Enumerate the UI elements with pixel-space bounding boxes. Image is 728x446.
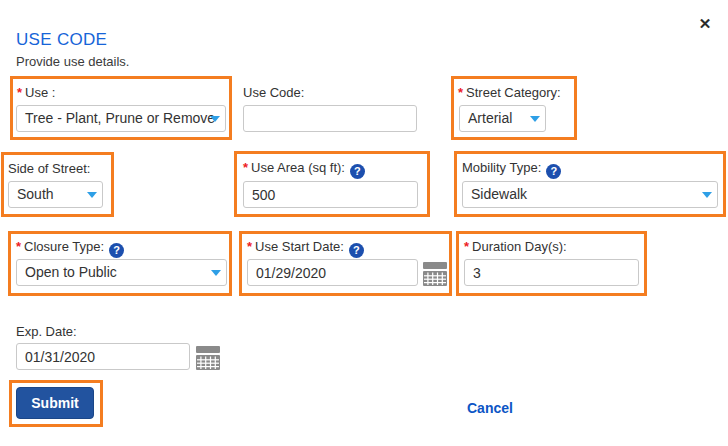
calendar-icon[interactable] — [423, 261, 447, 286]
use-start-date-label: *Use Start Date:? — [247, 239, 364, 258]
duration-days-input[interactable] — [464, 259, 639, 286]
duration-days-label: *Duration Day(s): — [464, 239, 567, 254]
street-category-select[interactable]: Arterial — [459, 105, 546, 132]
mobility-type-select[interactable]: Sidewalk — [462, 181, 718, 208]
mobility-type-select-value: Sidewalk — [471, 186, 527, 202]
closure-type-label: *Closure Type:? — [16, 239, 124, 258]
chevron-down-icon — [211, 270, 221, 276]
submit-button[interactable]: Submit — [16, 387, 94, 419]
required-asterisk: * — [458, 85, 463, 100]
side-of-street-label: Side of Street: — [8, 161, 90, 176]
use-area-input[interactable] — [243, 181, 418, 208]
use-code-input[interactable] — [243, 105, 417, 132]
chevron-down-icon — [87, 192, 97, 198]
side-of-street-select-value: South — [17, 186, 54, 202]
use-start-date-input[interactable] — [247, 259, 418, 286]
help-icon[interactable]: ? — [350, 164, 365, 179]
close-icon[interactable]: ✕ — [696, 15, 714, 33]
street-category-select-value: Arterial — [468, 110, 512, 126]
required-asterisk: * — [16, 239, 21, 254]
cancel-link[interactable]: Cancel — [467, 400, 513, 416]
help-icon[interactable]: ? — [546, 164, 561, 179]
side-of-street-select[interactable]: South — [8, 181, 103, 208]
use-code-label: Use Code: — [243, 85, 304, 100]
required-asterisk: * — [247, 239, 252, 254]
chevron-down-icon — [530, 116, 540, 122]
page-title: USE CODE — [16, 30, 107, 50]
closure-type-select-value: Open to Public — [25, 264, 117, 280]
chevron-down-icon — [702, 192, 712, 198]
closure-type-select[interactable]: Open to Public — [16, 259, 227, 286]
use-label: *Use : — [17, 85, 55, 100]
street-category-label: *Street Category: — [458, 85, 561, 100]
help-icon[interactable]: ? — [349, 243, 364, 258]
use-area-label: *Use Area (sq ft):? — [243, 160, 365, 179]
use-code-dialog: USE CODE Provide use details. ✕ *Use : T… — [0, 0, 728, 446]
exp-date-input[interactable] — [16, 343, 190, 370]
exp-date-label: Exp. Date: — [16, 324, 77, 339]
help-icon[interactable]: ? — [109, 243, 124, 258]
required-asterisk: * — [17, 85, 22, 100]
required-asterisk: * — [243, 160, 248, 175]
calendar-icon[interactable] — [196, 345, 220, 370]
dialog-subtitle: Provide use details. — [16, 54, 129, 69]
use-select[interactable]: Tree - Plant, Prune or Remove — [16, 105, 226, 132]
chevron-down-icon — [210, 116, 220, 122]
required-asterisk: * — [464, 239, 469, 254]
use-select-value: Tree - Plant, Prune or Remove — [25, 110, 215, 126]
mobility-type-label: Mobility Type:? — [462, 160, 561, 179]
